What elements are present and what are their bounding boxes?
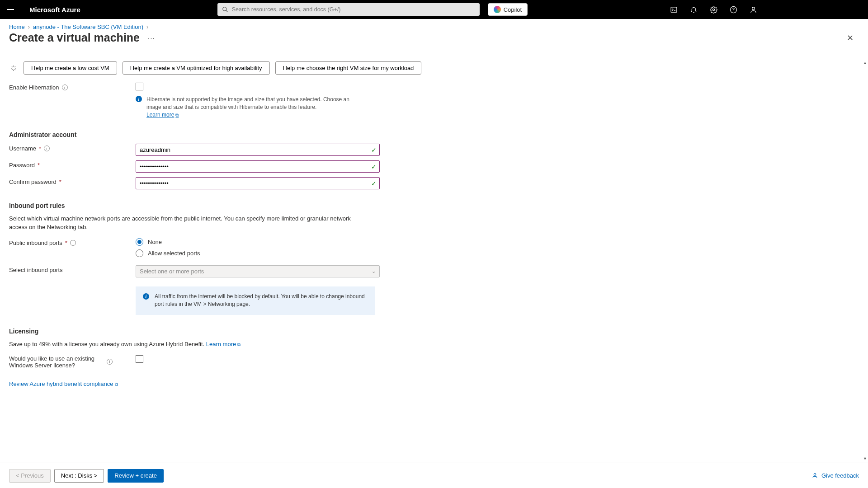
scroll-down-icon[interactable]: ▼ bbox=[863, 456, 867, 461]
info-icon[interactable]: i bbox=[107, 359, 113, 365]
radio-icon bbox=[136, 238, 143, 246]
info-icon[interactable]: i bbox=[44, 145, 50, 151]
radio-icon bbox=[136, 249, 143, 257]
chevron-right-icon: › bbox=[146, 23, 148, 30]
radio-allow-selected[interactable]: Allow selected ports bbox=[136, 249, 380, 257]
hybrid-benefit-compliance-link[interactable]: Review Azure hybrid benefit compliance⧉ bbox=[9, 380, 118, 387]
licensing-desc: Save up to 49% with a license you alread… bbox=[9, 340, 366, 349]
required-marker: * bbox=[38, 162, 40, 169]
ai-sparkle-icon bbox=[9, 64, 18, 73]
radio-none-label: None bbox=[148, 239, 162, 245]
checkbox-enable-hibernation[interactable] bbox=[136, 83, 143, 90]
svg-point-0 bbox=[222, 7, 226, 11]
info-icon[interactable]: i bbox=[70, 240, 76, 246]
search-input[interactable] bbox=[228, 6, 475, 13]
select-inbound-ports: Select one or more ports ⌄ bbox=[136, 265, 380, 277]
feedback-person-icon bbox=[811, 472, 818, 479]
pill-low-cost-vm[interactable]: Help me create a low cost VM bbox=[24, 61, 117, 75]
notifications-icon[interactable] bbox=[684, 0, 703, 19]
settings-icon[interactable] bbox=[704, 0, 722, 19]
hamburger-menu-icon[interactable] bbox=[7, 5, 17, 14]
row-username: Username * i ✓ bbox=[9, 144, 859, 156]
row-select-inbound-ports: Select inbound ports Select one or more … bbox=[9, 265, 859, 315]
top-bar: Microsoft Azure Copilot bbox=[0, 0, 868, 19]
external-link-icon: ⧉ bbox=[175, 113, 179, 117]
ai-suggestion-row: Help me create a low cost VM Help me cre… bbox=[9, 61, 859, 75]
inbound-ports-desc: Select which virtual machine network por… bbox=[9, 215, 366, 232]
row-confirm-password: Confirm password * ✓ bbox=[9, 177, 859, 189]
footer-bar: < Previous Next : Disks > Review + creat… bbox=[0, 463, 868, 488]
label-select-inbound-ports: Select inbound ports bbox=[9, 267, 63, 273]
section-licensing: Licensing bbox=[9, 328, 859, 335]
pill-high-availability-vm[interactable]: Help me create a VM optimized for high a… bbox=[123, 61, 270, 75]
hibernation-info-text: Hibernate is not supported by the image … bbox=[146, 96, 349, 110]
account-area[interactable] bbox=[764, 0, 863, 19]
licensing-learn-more-link[interactable]: Learn more⧉ bbox=[206, 341, 241, 347]
external-link-icon: ⧉ bbox=[115, 382, 118, 387]
required-marker: * bbox=[39, 145, 41, 152]
row-existing-license: Would you like to use an existing Window… bbox=[9, 355, 859, 369]
info-circle-icon: i bbox=[143, 293, 149, 300]
label-existing-license: Would you like to use an existing Window… bbox=[9, 355, 104, 369]
give-feedback-label: Give feedback bbox=[821, 472, 859, 479]
inbound-ports-callout: i All traffic from the internet will be … bbox=[136, 286, 375, 315]
form-scroll-area[interactable]: Help me create a low cost VM Help me cre… bbox=[0, 59, 868, 463]
row-password: Password * ✓ bbox=[9, 160, 859, 173]
svg-line-1 bbox=[226, 10, 227, 12]
input-confirm-password[interactable] bbox=[136, 177, 380, 189]
breadcrumb-home[interactable]: Home bbox=[9, 23, 25, 30]
required-marker: * bbox=[65, 239, 67, 246]
copilot-label: Copilot bbox=[504, 6, 522, 13]
row-public-inbound-ports: Public inbound ports * i None Allow sele… bbox=[9, 238, 859, 261]
more-actions-icon[interactable]: ··· bbox=[148, 34, 155, 42]
pill-vm-size[interactable]: Help me choose the right VM size for my … bbox=[275, 61, 422, 75]
scroll-up-icon[interactable]: ▲ bbox=[863, 61, 867, 65]
feedback-icon[interactable] bbox=[744, 0, 762, 19]
page-title-row: Create a virtual machine ··· ✕ bbox=[0, 31, 868, 47]
label-password: Password bbox=[9, 162, 35, 169]
hibernation-learn-more-link[interactable]: Learn more⧉ bbox=[146, 112, 179, 118]
info-circle-icon: i bbox=[136, 96, 142, 102]
previous-button: < Previous bbox=[9, 469, 51, 483]
label-enable-hibernation: Enable Hibernation bbox=[9, 84, 59, 91]
section-inbound-ports: Inbound port rules bbox=[9, 202, 859, 209]
check-icon: ✓ bbox=[371, 163, 377, 170]
required-marker: * bbox=[59, 178, 61, 185]
row-enable-hibernation: Enable Hibernation i i Hibernate is not … bbox=[9, 83, 859, 118]
label-public-inbound-ports: Public inbound ports bbox=[9, 239, 62, 246]
breadcrumb: Home › anynode - The Software SBC (VM Ed… bbox=[0, 19, 868, 31]
radio-allow-label: Allow selected ports bbox=[148, 250, 200, 257]
check-icon: ✓ bbox=[371, 180, 377, 187]
breadcrumb-item[interactable]: anynode - The Software SBC (VM Edition) bbox=[33, 23, 143, 30]
svg-point-5 bbox=[752, 7, 755, 9]
input-password[interactable] bbox=[136, 160, 380, 173]
review-create-button[interactable]: Review + create bbox=[108, 469, 164, 483]
info-icon[interactable]: i bbox=[62, 84, 68, 90]
close-icon[interactable]: ✕ bbox=[844, 32, 856, 44]
svg-point-3 bbox=[712, 9, 714, 10]
search-box[interactable] bbox=[217, 3, 480, 16]
brand-label: Microsoft Azure bbox=[29, 6, 80, 14]
checkbox-existing-license[interactable] bbox=[136, 355, 143, 363]
input-username[interactable] bbox=[136, 144, 380, 156]
radio-none[interactable]: None bbox=[136, 238, 380, 246]
external-link-icon: ⧉ bbox=[237, 342, 241, 347]
select-placeholder: Select one or more ports bbox=[140, 268, 204, 275]
label-confirm-password: Confirm password bbox=[9, 178, 57, 185]
svg-point-6 bbox=[814, 474, 816, 475]
give-feedback-link[interactable]: Give feedback bbox=[811, 472, 859, 479]
next-button[interactable]: Next : Disks > bbox=[54, 469, 104, 483]
copilot-icon bbox=[494, 6, 501, 13]
label-username: Username bbox=[9, 145, 36, 152]
page-title: Create a virtual machine bbox=[9, 31, 140, 44]
section-admin-account: Administrator account bbox=[9, 131, 859, 138]
callout-text: All traffic from the internet will be bl… bbox=[155, 293, 368, 309]
chevron-down-icon: ⌄ bbox=[372, 268, 376, 274]
copilot-button[interactable]: Copilot bbox=[488, 3, 528, 16]
cloud-shell-icon[interactable] bbox=[665, 0, 683, 19]
svg-rect-2 bbox=[671, 7, 677, 12]
chevron-right-icon: › bbox=[28, 23, 30, 30]
search-icon bbox=[222, 6, 228, 13]
check-icon: ✓ bbox=[371, 146, 377, 154]
help-icon[interactable] bbox=[724, 0, 742, 19]
